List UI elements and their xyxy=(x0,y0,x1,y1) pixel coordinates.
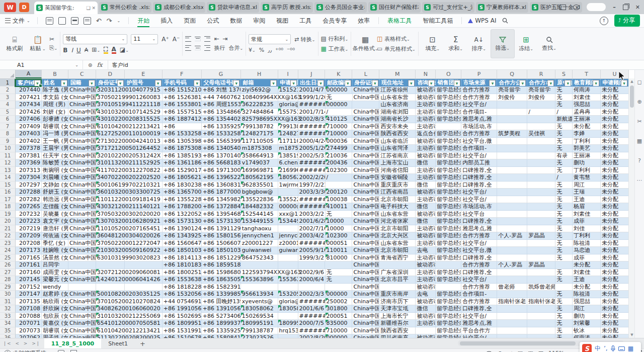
cell[interactable]: China中国 xyxy=(68,145,96,152)
cell[interactable]: 包欣辰 (女) xyxy=(42,313,68,320)
cell[interactable]: 刘素佳 xyxy=(573,211,601,218)
cell[interactable]: 微信 xyxy=(416,305,436,313)
cell[interactable]: / xyxy=(555,174,573,182)
cell[interactable]: 未分配 xyxy=(601,189,629,196)
cell[interactable]: 430321200211140121 xyxy=(96,203,125,211)
cell[interactable]: 207135 xyxy=(16,298,42,306)
row-number[interactable]: 33 xyxy=(0,313,16,320)
row-number[interactable]: 27 xyxy=(0,269,16,277)
filter-dropdown-icon[interactable]: ▼ xyxy=(194,80,200,86)
cell[interactable]: 安徽省铜陵 xyxy=(379,174,416,182)
share-button[interactable]: ⤴分享 xyxy=(614,15,640,27)
cell[interactable]: 罗晶晶 xyxy=(527,232,555,240)
cell[interactable]: China中国 xyxy=(68,240,96,247)
cell[interactable]: z20001227 xyxy=(278,240,298,247)
worksheet-button[interactable]: ▦ 工作表⌄ xyxy=(321,45,349,53)
cell[interactable]: 陈子逸 (男) xyxy=(42,86,68,94)
cell[interactable]: +86 1360831276 xyxy=(202,182,241,189)
cell[interactable]: ziyi5692@ xyxy=(241,86,278,94)
cell[interactable]: 合作项目- xyxy=(461,145,497,152)
menu-item[interactable]: 页面 xyxy=(178,14,201,27)
cell[interactable]: 被动咨询 xyxy=(416,284,436,291)
cell[interactable]: 山东省济南 xyxy=(379,101,416,109)
cell[interactable]: 未分配 xyxy=(601,240,629,247)
cell[interactable]: 社交平台/ xyxy=(461,196,497,204)
cell[interactable]: 北京大兴区 xyxy=(379,232,416,240)
cell[interactable]: 重庆市南岸 xyxy=(379,291,416,298)
cell[interactable]: 北京市朝阳 xyxy=(379,196,416,204)
cell[interactable]: 杨眉 xyxy=(573,203,601,211)
cell[interactable]: 370105200210270824 xyxy=(96,298,125,306)
cell[interactable]: 刘紫馨 xyxy=(573,320,601,327)
conditional-format-button[interactable]: ▦ 条件格式⌄ xyxy=(354,29,377,58)
cell[interactable]: 360481200304020026 xyxy=(96,232,125,240)
cell[interactable]: 207409 xyxy=(16,123,42,131)
cell[interactable]: 韩浩远 (男) xyxy=(42,196,68,204)
context-menu-item[interactable]: 表格工具 xyxy=(382,14,417,27)
cell[interactable]: 被动咨询 xyxy=(416,232,436,240)
cell[interactable]: 无 xyxy=(555,276,573,284)
cell[interactable]: 210303200509160922 xyxy=(96,247,125,254)
cell[interactable]: 无 xyxy=(555,101,573,109)
cell[interactable] xyxy=(497,327,527,335)
cell[interactable]: 169969871 xyxy=(241,167,278,174)
cell[interactable]: +86 15290175 xyxy=(163,167,202,174)
cell[interactable]: 864752343 xyxy=(241,254,278,262)
cell[interactable] xyxy=(497,203,527,211)
cell[interactable]: +86 1582391866 xyxy=(202,284,241,291)
menu-item[interactable]: 视图 xyxy=(271,14,294,27)
comma-style-icon[interactable]: ٫٫ xyxy=(268,47,272,53)
cell[interactable] xyxy=(527,182,555,189)
cell[interactable]: 未分配 xyxy=(601,218,629,225)
cell[interactable]: 216996987 xyxy=(278,167,298,174)
cell[interactable]: +86 15538019 xyxy=(163,101,202,109)
cell[interactable]: 无 xyxy=(555,225,573,233)
cell[interactable]: +86 1345982452 xyxy=(202,196,241,204)
cell[interactable]: 130703200106280921 xyxy=(96,218,125,225)
cell[interactable]: 钦冰 xyxy=(573,327,601,335)
cell[interactable]: China中国 xyxy=(352,261,379,269)
sogou-logo-icon[interactable]: S xyxy=(582,344,592,352)
cell[interactable]: 153449155 xyxy=(278,218,298,225)
cell[interactable]: 孟冉冉 xyxy=(573,109,601,116)
cell[interactable]: 207152 xyxy=(16,284,42,291)
cell[interactable] xyxy=(241,261,278,269)
cell[interactable]: China中国 xyxy=(68,196,96,204)
cell[interactable]: ######## xyxy=(298,298,326,306)
cell[interactable]: +86 13053983 xyxy=(163,138,202,145)
filter-dropdown-icon[interactable]: ▼ xyxy=(34,80,41,86)
cell[interactable] xyxy=(497,240,527,247)
cell[interactable]: 未分配 xyxy=(601,247,629,254)
cell[interactable]: +86 18753080 xyxy=(163,145,202,152)
cell[interactable]: 未分配 xyxy=(601,123,629,131)
cell[interactable]: 370105199411221118 xyxy=(96,101,125,109)
cell[interactable]: China中国 xyxy=(68,232,96,240)
cell[interactable] xyxy=(497,269,527,277)
cell[interactable]: 1997/2/21 xyxy=(298,182,326,189)
cell[interactable] xyxy=(497,182,527,189)
cell[interactable]: 刘妍 (女) xyxy=(42,109,68,116)
cell[interactable]: +86 1877000215 xyxy=(202,189,241,196)
cell[interactable]: 胡睿琪 (女) xyxy=(42,123,68,131)
cell[interactable]: +86 1354866895 xyxy=(202,109,241,116)
cell[interactable]: 王瑞 xyxy=(573,189,601,196)
cell[interactable]: 成雨雯 (女) xyxy=(42,269,68,277)
sheet-tab[interactable]: Sheet1 xyxy=(101,338,135,348)
cell[interactable]: 无 xyxy=(555,327,573,335)
cell[interactable]: 207209 xyxy=(16,232,42,240)
cell[interactable]: 郭美艺 xyxy=(573,145,601,152)
filter-dropdown-icon[interactable]: ▼ xyxy=(155,80,162,86)
cell[interactable]: 无 xyxy=(555,298,573,306)
cell[interactable]: 留学总经办 xyxy=(436,109,461,116)
cell[interactable]: +86 1859518772 xyxy=(202,261,241,269)
cell[interactable]: +86 1580156591 xyxy=(202,232,241,240)
cell[interactable]: 口碑推荐,全 xyxy=(461,305,497,313)
cell[interactable]: 社交平台/ xyxy=(461,152,497,160)
cell[interactable]: ######## xyxy=(298,196,326,204)
cell[interactable] xyxy=(497,313,527,320)
cell[interactable]: 962835501 xyxy=(241,182,278,189)
cell[interactable]: 100038 xyxy=(326,196,353,204)
cell[interactable]: 630103199903020823 xyxy=(96,254,125,262)
cell[interactable]: China中国 xyxy=(352,159,379,167)
cell[interactable]: 207219 xyxy=(16,225,42,233)
